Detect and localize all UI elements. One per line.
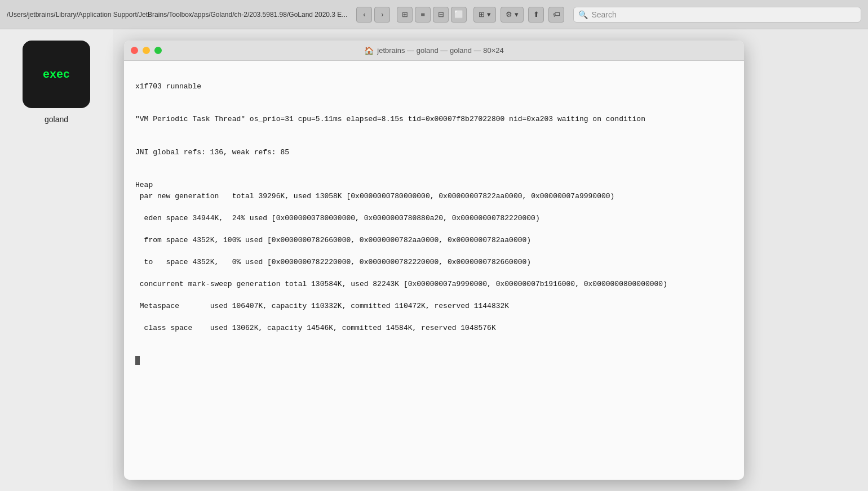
close-button[interactable] [131,47,138,54]
action-icon: ⊞ [479,10,485,19]
toolbar-path: /Users/jetbrains/Library/Application Sup… [7,11,347,19]
terminal-cursor [135,356,140,365]
terminal-line-14: class space used 13062K, capacity 14546K… [135,324,496,332]
back-icon: ‹ [363,10,365,19]
house-icon: 🏠 [364,46,374,55]
dropdown-arrow-icon: ▾ [487,10,491,19]
search-placeholder: Search [591,10,616,19]
traffic-lights [131,47,162,54]
sidebar: exec goland [0,29,113,491]
main-content: exec goland 🏠 jetbrains — goland — golan… [0,29,868,491]
view-buttons: ⊞ ≡ ⊟ ⬜ [397,7,467,23]
forward-button[interactable]: › [374,7,390,23]
terminal-line-3: "VM Periodic Task Thread" os_prio=31 cpu… [135,115,645,123]
terminal-line-9: eden space 34944K, 24% used [0x000000078… [135,214,540,222]
minimize-button[interactable] [143,47,150,54]
terminal-title: 🏠 jetbrains — goland — goland — 80×24 [364,46,503,55]
grid-view-button[interactable]: ⊞ [397,7,413,23]
terminal-line-10: from space 4352K, 100% used [0x000000078… [135,236,531,244]
preview-view-button[interactable]: ⬜ [451,7,467,23]
tag-icon: 🏷 [553,10,560,19]
terminal-line-5: JNI global refs: 136, weak refs: 85 [135,148,289,157]
mac-toolbar: /Users/jetbrains/Library/Application Sup… [0,0,868,29]
toolbar-nav: ‹ › [356,7,390,23]
terminal-line-12: concurrent mark-sweep generation total 1… [135,280,667,288]
app-icon[interactable]: exec [23,41,90,108]
gear-icon: ⚙ [506,10,512,19]
app-name-label: goland [45,115,68,124]
terminal-line-11: to space 4352K, 0% used [0x0000000782220… [135,258,531,266]
search-icon: 🔍 [578,10,588,19]
grid-icon: ⊞ [402,10,408,19]
share-icon: ⬆ [533,10,539,19]
search-bar[interactable]: 🔍 Search [573,7,861,23]
maximize-button[interactable] [154,47,162,54]
terminal-window: 🏠 jetbrains — goland — goland — 80×24 x1… [124,41,744,480]
terminal-body[interactable]: x1f703 runnable "VM Periodic Task Thread… [124,61,744,480]
terminal-line-7: Heap [135,181,153,189]
back-button[interactable]: ‹ [356,7,372,23]
terminal-container: 🏠 jetbrains — goland — goland — 80×24 x1… [113,29,868,491]
terminal-titlebar: 🏠 jetbrains — goland — goland — 80×24 [124,41,744,61]
exec-label: exec [43,68,70,81]
share-button[interactable]: ⬆ [528,7,544,23]
preview-icon: ⬜ [454,10,463,19]
columns-view-button[interactable]: ⊟ [433,7,449,23]
terminal-line-8: par new generation total 39296K, used 13… [135,192,614,200]
terminal-title-text: jetbrains — goland — goland — 80×24 [377,46,503,55]
list-view-button[interactable]: ≡ [415,7,431,23]
terminal-line-1: x1f703 runnable [135,82,201,91]
gear-dropdown-arrow-icon: ▾ [515,10,519,19]
columns-icon: ⊟ [438,10,444,19]
gear-dropdown-button[interactable]: ⚙ ▾ [501,7,524,23]
forward-icon: › [381,10,383,19]
list-icon: ≡ [421,10,426,19]
action-dropdown-button[interactable]: ⊞ ▾ [473,7,496,23]
tag-button[interactable]: 🏷 [548,7,564,23]
terminal-line-13: Metaspace used 106407K, capacity 110332K… [135,302,509,310]
